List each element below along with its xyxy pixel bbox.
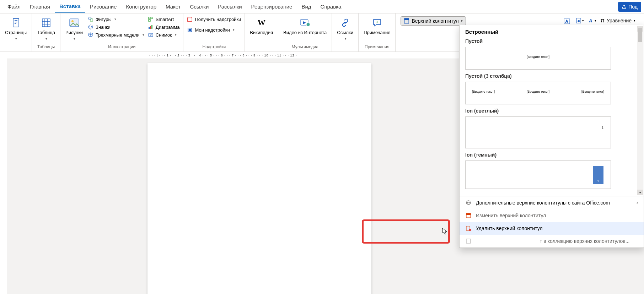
pages-label: Страницы xyxy=(5,30,27,36)
save-selection-button[interactable]: xxxxxxxxxxxxxxxxxxxxxxxxт в коллекцию ве… xyxy=(460,235,644,247)
links-label: Ссылки xyxy=(337,30,353,36)
models-button[interactable]: Трехмерные модели xyxy=(88,32,144,38)
cube-icon xyxy=(88,32,93,38)
page-number-button[interactable]: #▾ xyxy=(574,16,585,25)
group-label-comments: Примечания xyxy=(362,44,392,50)
wordart-button[interactable]: A▾ xyxy=(587,16,598,25)
comment-icon xyxy=(371,17,383,28)
pictures-button[interactable]: Рисунки xyxy=(64,16,84,41)
more-headers-button[interactable]: Дополнительные верхние колонтитулы с сай… xyxy=(460,196,644,209)
icons-label: Значки xyxy=(96,24,111,30)
screenshot-button[interactable]: Снимок xyxy=(148,32,180,38)
comment-label: Примечание xyxy=(364,30,390,36)
table-button[interactable]: Таблица xyxy=(36,16,57,41)
models-label: Трехмерные модели xyxy=(96,32,140,38)
scrollbar-thumb[interactable] xyxy=(638,28,642,42)
edit-header-button[interactable]: Изменить верхний колонтитул xyxy=(460,209,644,222)
menubar: Файл Главная Вставка Рисование Конструкт… xyxy=(0,0,644,13)
remove-header-label: Удалить верхний колонтитул xyxy=(476,225,543,231)
section-ion-dark: Ion (темный) xyxy=(465,152,637,158)
online-video-button[interactable]: Видео из Интернета xyxy=(282,16,328,36)
more-headers-label: Дополнительные верхние колонтитулы с сай… xyxy=(476,200,610,206)
section-blank-3col: Пустой (3 столбца) xyxy=(465,73,637,79)
svg-rect-14 xyxy=(151,25,152,29)
svg-text:A: A xyxy=(589,18,592,23)
gallery-heading: Встроенный xyxy=(465,29,637,35)
section-blank: Пустой xyxy=(465,38,637,44)
group-wikipedia: W Википедия xyxy=(245,13,278,51)
video-icon xyxy=(299,17,311,28)
preview-ion-light[interactable]: 1 xyxy=(465,116,611,148)
link-icon xyxy=(339,17,351,28)
table-icon xyxy=(41,17,52,28)
smartart-icon xyxy=(148,16,154,22)
comment-button[interactable]: Примечание xyxy=(362,16,392,36)
my-addins-button[interactable]: Мои надстройки xyxy=(187,27,241,33)
tab-help[interactable]: Справка xyxy=(316,0,346,13)
screenshot-icon xyxy=(148,32,154,38)
save-selection-label: т в коллекцию верхних колонтитулов... xyxy=(540,238,629,244)
group-label-media: Мультимедиа xyxy=(282,44,328,50)
svg-rect-19 xyxy=(189,29,191,31)
shapes-button[interactable]: Фигуры xyxy=(88,16,144,22)
chart-button[interactable]: Диаграмма xyxy=(148,24,180,30)
preview-blank[interactable]: [Введите текст] xyxy=(465,47,611,70)
tab-home[interactable]: Главная xyxy=(25,0,55,13)
remove-header-button[interactable]: Удалить верхний колонтитул xyxy=(460,222,644,235)
svg-rect-11 xyxy=(149,20,150,21)
icons-button[interactable]: Значки xyxy=(88,24,144,30)
get-addins-button[interactable]: Получить надстройки xyxy=(187,16,241,22)
pages-button[interactable]: Страницы xyxy=(4,16,28,41)
document-page[interactable] xyxy=(147,63,371,294)
wikipedia-button[interactable]: W Википедия xyxy=(248,16,274,36)
gallery-footer: Дополнительные верхние колонтитулы с сай… xyxy=(460,196,644,247)
links-button[interactable]: Ссылки xyxy=(336,16,355,41)
share-icon xyxy=(622,4,627,9)
chart-icon xyxy=(148,24,154,30)
group-tables: Таблица Таблицы xyxy=(32,13,60,51)
page-icon xyxy=(10,17,22,28)
svg-rect-1 xyxy=(42,19,50,27)
group-label-illustrations: Иллюстрации xyxy=(64,44,179,50)
tab-references[interactable]: Ссылки xyxy=(185,0,213,13)
svg-rect-15 xyxy=(149,33,153,37)
remove-header-icon xyxy=(465,225,472,232)
scroll-down-button[interactable]: ▾ xyxy=(637,190,643,195)
equation-button[interactable]: πУравнение▾ xyxy=(599,16,637,25)
save-gallery-icon xyxy=(465,238,472,244)
svg-point-4 xyxy=(88,17,91,20)
vertical-ruler[interactable] xyxy=(0,52,7,294)
group-pages: Страницы xyxy=(0,13,32,51)
group-illustrations: Рисунки Фигуры Значки Трехмерные модели … xyxy=(60,13,183,51)
share-button[interactable]: Под xyxy=(618,2,641,12)
tab-insert[interactable]: Вставка xyxy=(55,0,85,13)
edit-header-label: Изменить верхний колонтитул xyxy=(476,213,546,218)
tab-mailings[interactable]: Рассылки xyxy=(213,0,246,13)
tab-view[interactable]: Вид xyxy=(297,0,316,13)
shapes-icon xyxy=(88,16,93,22)
header-dropdown[interactable]: Верхний колонтитул ▾ xyxy=(401,16,466,26)
svg-text:#: # xyxy=(578,20,580,23)
preview-ion-dark[interactable]: 1 xyxy=(465,160,611,189)
tab-design[interactable]: Конструктор xyxy=(121,0,161,13)
tab-draw[interactable]: Рисование xyxy=(85,0,122,13)
tab-review[interactable]: Рецензирование xyxy=(247,0,297,13)
smartart-button[interactable]: SmartArt xyxy=(148,16,180,22)
page-number: 1 xyxy=(601,126,603,130)
group-addins: Получить надстройки Мои надстройки Надст… xyxy=(183,13,245,51)
tab-file[interactable]: Файл xyxy=(3,0,25,13)
tab-layout[interactable]: Макет xyxy=(161,0,185,13)
svg-point-7 xyxy=(90,26,90,27)
share-label: Под xyxy=(628,4,638,10)
addins-icon xyxy=(187,27,193,33)
svg-rect-13 xyxy=(150,26,151,29)
gallery-scrollbar[interactable]: ▴ ▾ xyxy=(637,27,643,195)
preview-blank-3col[interactable]: [Введите текст] [Введите текст] [Введите… xyxy=(465,82,611,104)
group-label-addins: Надстройки xyxy=(187,44,241,50)
screenshot-label: Снимок xyxy=(156,32,172,38)
icons-icon xyxy=(88,24,93,30)
shapes-label: Фигуры xyxy=(96,17,112,22)
svg-rect-0 xyxy=(13,18,19,27)
smartart-label: SmartArt xyxy=(156,17,174,22)
header-dd-label: Верхний колонтитул xyxy=(412,18,458,24)
